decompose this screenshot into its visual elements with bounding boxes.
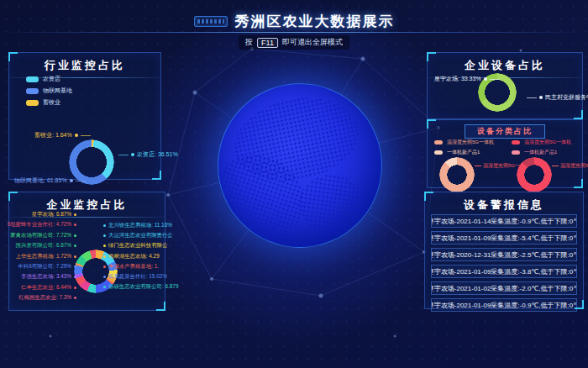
legend-swatch	[26, 100, 39, 106]
legend-swatch	[434, 140, 443, 145]
alarm-row: 星宇农场-2021-01-02采集温度:-2.0℃,低于下限:0℃	[431, 281, 577, 295]
legend-label: 温湿度光照5G一体机	[524, 139, 571, 146]
alarm-row: 星宇农场-2021-01-09采集温度:-3.8℃,低于下限:0℃	[431, 265, 577, 278]
hint-suffix: 即可退出全屏模式	[282, 37, 343, 48]
enterprise-label: 瓜果蔬菜合作社: 15.02%	[103, 273, 167, 281]
legend-swatch	[512, 150, 520, 155]
enterprise-label: 中科6有限公司: 7.29%	[18, 263, 76, 271]
enterprise-label: 新硕生态农业有限公司: 6.879	[103, 283, 178, 291]
alarm-row: 星宇农场-2021-01-09采集温度:-5.4℃,低于下限:0℃	[431, 231, 577, 244]
legend-item[interactable]: 一体机新产品1	[512, 149, 571, 156]
enterprise-label: 上华生态养殖场: 1.72%	[16, 253, 76, 260]
enterprise-labels-left: 星宇农场: 6.87% 6组蜜蜂专业合作社: 4.72% 家禽农场有限公司: 7…	[13, 211, 76, 302]
device-class-donut[interactable]	[517, 157, 552, 192]
panel-industry-ratio: 行业监控占比 农资店 物联网基地 畜牧业 畜牧业: 1.64% 农资店: 36.…	[8, 52, 161, 180]
header: 秀洲区农业大数据展示	[0, 12, 588, 31]
callout-iot: 物联网基地: 61.85%	[14, 176, 86, 185]
enterprise-label: 国兴发有限公司: 6.87%	[16, 242, 76, 250]
panel-enterprise-ratio: 企业监控占比 星宇农场: 6.87% 6组蜜蜂专业合作社: 4.72% 家禽农场…	[8, 192, 165, 311]
enterprise-label: 红梅园生态农业: 7.3%	[18, 294, 76, 302]
panel-alarms: 设备警报信息 星宇农场-2021-01-14采集温度:-0.9℃,低于下限:0℃…	[424, 192, 584, 309]
panel-title: 设备警报信息	[425, 192, 583, 213]
legend-label: 一体机新产品1	[524, 149, 557, 156]
alarm-row: 星宇农场-2021-01-14采集温度:-0.9℃,低于下限:0℃	[431, 214, 577, 228]
pointer-label: 温湿度光照5G一…	[552, 162, 588, 170]
page-title: 秀洲区农业大数据展示	[235, 12, 395, 31]
f11-keycap: F11	[257, 38, 278, 48]
enterprise-label: 鸣翠湖生态农场: 4.29	[103, 253, 160, 260]
legend-swatch	[26, 88, 39, 94]
industry-legend: 农资店 物联网基地 畜牧业	[26, 75, 72, 107]
legend-item[interactable]: 一体机新产品1	[434, 149, 494, 156]
alarm-row: 星宇农场-2021-01-09采集温度:-0.9℃,低于下限:0℃	[431, 298, 577, 312]
legend-item[interactable]: 物联网基地	[26, 87, 72, 95]
legend-item[interactable]: 温湿度光照5G一体机	[512, 139, 571, 146]
hint-prefix: 按	[245, 37, 253, 48]
dashboard: 秀洲区农业大数据展示 按 F11 即可退出全屏模式 行业监控占比 农资店 物联网…	[0, 0, 588, 368]
alarm-list: 星宇农场-2021-01-14采集温度:-0.9℃,低于下限:0℃ 星宇农场-2…	[431, 214, 577, 312]
panel-title: 企业设备占比	[428, 53, 582, 73]
enterprise-label: 北川铁生态养殖场: 11.16%	[103, 222, 172, 229]
panel-title: 行业监控占比	[9, 53, 160, 73]
fullscreen-hint: 按 F11 即可退出全屏模式	[239, 35, 349, 50]
enterprise-label: 大运河生态农业有限责任公	[103, 232, 173, 239]
enterprise-label: 仁丰生态农业: 6.44%	[21, 284, 76, 292]
panel-device-ratio: 企业设备占比 星宇农场: 33.33% 民主村党群服务中心:	[427, 52, 583, 119]
legend-swatch	[434, 150, 443, 155]
enterprise-label: 丰源水产养殖基地: 1.	[103, 263, 159, 271]
enterprise-label: 李强生态农场: 3.43%	[21, 273, 76, 281]
legend-label: 畜牧业	[43, 98, 60, 107]
globe	[218, 83, 382, 248]
panel-title: 企业监控占比	[9, 192, 165, 213]
device-class-title: 设备分类占比	[465, 124, 545, 139]
panel-device-class: 设备分类占比 温湿度光照5G一体机 一体机新产品1 温湿度光照5G一…	[427, 119, 583, 188]
alarm-row: 星宇农场-2020-12-31采集温度:-2.5℃,低于下限:0℃	[431, 248, 577, 261]
logo-badge	[194, 16, 228, 27]
legend-label: 温湿度光照5G一体机	[447, 139, 494, 146]
callout-device-left: 星宇农场: 33.33%	[434, 75, 500, 83]
legend-label: 一体机新产品1	[447, 149, 480, 156]
mini-legend: 温湿度光照5G一体机 一体机新产品1	[434, 139, 494, 156]
header-divider	[0, 32, 588, 33]
callout-store: 农资店: 36.51%	[118, 150, 178, 159]
enterprise-label: 家禽农场有限公司: 7.72%	[10, 232, 76, 239]
enterprise-label: 6组蜜蜂专业合作社: 4.72%	[8, 221, 76, 229]
legend-item[interactable]: 温湿度光照5G一体机	[434, 139, 494, 146]
legend-label: 农资店	[43, 75, 60, 83]
enterprise-label: 星宇农场: 6.87%	[32, 211, 76, 218]
mini-legend: 温湿度光照5G一体机 一体机新产品1	[512, 139, 571, 156]
legend-label: 物联网基地	[43, 87, 72, 95]
enterprise-label: 绿门生态农业科技有限公	[103, 242, 167, 250]
legend-swatch	[26, 76, 39, 82]
device-class-chart-right: 温湿度光照5G一体机 一体机新产品1 温湿度光照5G一…	[505, 139, 582, 187]
callout-device-right: 民主村党群服务中心:	[527, 93, 588, 102]
legend-item[interactable]: 畜牧业	[26, 98, 72, 107]
device-class-donut[interactable]	[439, 157, 475, 192]
device-class-chart-left: 温湿度光照5G一体机 一体机新产品1 温湿度光照5G一…	[428, 139, 505, 187]
callout-livestock: 畜牧业: 1.64%	[34, 131, 91, 139]
legend-swatch	[512, 140, 520, 145]
legend-item[interactable]: 农资店	[26, 75, 72, 83]
enterprise-labels-right: 北川铁生态养殖场: 11.16% 大运河生态农业有限责任公 绿门生态农业科技有限…	[103, 222, 162, 291]
